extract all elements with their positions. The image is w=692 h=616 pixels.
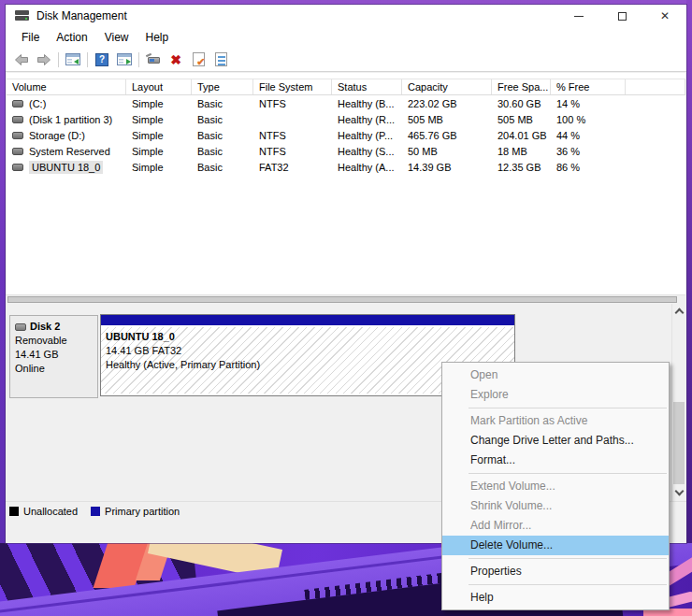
delete-volume-button[interactable]: ✖ (165, 50, 187, 70)
cell-pctfree: 36 % (551, 143, 626, 159)
minimize-icon (574, 16, 584, 17)
cell-freespace: 204.01 GB (492, 127, 551, 143)
help-icon: ? (95, 53, 108, 66)
partition-size: 14.41 GB FAT32 (106, 344, 514, 358)
disk-size: 14.41 GB (15, 348, 97, 362)
scroll-down-button[interactable] (672, 485, 686, 499)
cell-status: Healthy (A... (332, 159, 402, 175)
cell-layout: Simple (126, 111, 192, 127)
menu-item-delete-volume[interactable]: Delete Volume... (442, 536, 669, 555)
table-row-selected[interactable]: UBUNTU 18_0 Simple Basic FAT32 Healthy (… (7, 159, 685, 175)
close-button[interactable]: ✕ (643, 5, 686, 27)
menu-item-extend-volume[interactable]: Extend Volume... (442, 477, 669, 496)
show-console-tree-button[interactable] (62, 50, 84, 70)
cell-pctfree: 44 % (551, 127, 626, 143)
column-header-status[interactable]: Status (332, 79, 402, 94)
menu-item-add-mirror[interactable]: Add Mirror... (442, 516, 669, 536)
desktop: Disk Management ✕ File Action View Help (0, 0, 692, 616)
properties-icon (215, 52, 227, 66)
cell-filesystem: NTFS (253, 143, 332, 159)
menu-item-properties[interactable]: Properties (442, 562, 669, 581)
cell-pctfree: 14 % (551, 95, 626, 111)
column-header-filesystem[interactable]: File System (253, 79, 332, 94)
rescan-disks-icon (146, 54, 161, 65)
properties-button[interactable] (209, 50, 232, 70)
help-button[interactable]: ? (91, 50, 113, 70)
table-row[interactable]: (C:) Simple Basic NTFS Healthy (B... 223… (7, 95, 685, 111)
horizontal-scrollbar-thumb[interactable] (7, 296, 677, 303)
menu-item-open[interactable]: Open (442, 365, 669, 385)
unallocated-swatch (9, 507, 19, 516)
minimize-button[interactable] (557, 5, 600, 27)
column-header-capacity[interactable]: Capacity (402, 79, 492, 94)
cell-type: Basic (192, 159, 253, 175)
back-icon (14, 53, 29, 66)
forward-icon (36, 53, 51, 66)
menu-item-help[interactable]: Help (442, 588, 669, 608)
table-row[interactable]: Storage (D:) Simple Basic NTFS Healthy (… (7, 127, 685, 143)
toolbar: ? ✖ ✔ (6, 48, 686, 72)
disk-info-box[interactable]: Disk 2 Removable 14.41 GB Online (9, 315, 98, 398)
maximize-icon (618, 12, 627, 21)
horizontal-scrollbar[interactable] (6, 294, 685, 304)
legend-label: Primary partition (105, 506, 180, 517)
cell-pctfree: 100 % (551, 111, 626, 127)
table-header: Volume Layout Type File System Status Ca… (7, 79, 685, 95)
toolbar-separator (87, 52, 88, 67)
vertical-scrollbar[interactable] (671, 304, 685, 501)
cell-status: Healthy (S... (332, 143, 402, 159)
chevron-down-icon (675, 487, 685, 496)
show-action-pane-button[interactable] (113, 50, 136, 70)
cell-type: Basic (192, 111, 253, 127)
menu-separator (469, 408, 667, 408)
volume-list-pane: Volume Layout Type File System Status Ca… (7, 73, 685, 294)
cell-type: Basic (192, 95, 253, 111)
menu-item-mark-partition-active[interactable]: Mark Partition as Active (442, 411, 669, 431)
maximize-button[interactable] (600, 5, 643, 27)
disk-name: Disk 2 (30, 320, 60, 334)
menu-file[interactable]: File (13, 28, 48, 47)
cell-freespace: 505 MB (492, 111, 551, 127)
action-pane-icon (117, 53, 132, 65)
context-menu: Open Explore Mark Partition as Active Ch… (441, 362, 670, 610)
menu-item-explore[interactable]: Explore (442, 385, 669, 405)
legend-label: Unallocated (23, 506, 78, 517)
menu-item-shrink-volume[interactable]: Shrink Volume... (442, 496, 669, 516)
mark-active-icon: ✔ (193, 52, 205, 66)
back-button[interactable] (10, 50, 33, 70)
table-row[interactable]: System Reserved Simple Basic NTFS Health… (7, 143, 685, 159)
menu-help[interactable]: Help (137, 28, 178, 47)
volume-name: System Reserved (29, 146, 110, 157)
cell-freespace: 30.60 GB (492, 95, 551, 111)
column-header-freespace[interactable]: Free Spa... (492, 79, 551, 94)
window-title: Disk Management (36, 9, 127, 22)
column-header-volume[interactable]: Volume (7, 79, 126, 94)
table-row[interactable]: (Disk 1 partition 3) Simple Basic Health… (7, 111, 685, 127)
menu-view[interactable]: View (96, 28, 137, 47)
disk-icon (15, 323, 26, 331)
disk-status: Online (15, 362, 97, 376)
rescan-disks-button[interactable] (142, 50, 165, 70)
forward-button[interactable] (33, 50, 55, 70)
menu-separator (469, 584, 667, 585)
menu-action[interactable]: Action (48, 28, 95, 47)
partition-color-bar (101, 315, 514, 327)
delete-volume-icon: ✖ (170, 53, 181, 66)
column-header-layout[interactable]: Layout (126, 79, 192, 94)
mark-active-button[interactable]: ✔ (187, 50, 209, 70)
menubar: File Action View Help (6, 27, 686, 48)
cell-status: Healthy (R... (332, 111, 402, 127)
scroll-up-button[interactable] (672, 304, 686, 318)
wallpaper-right-strip (686, 0, 692, 543)
menu-item-change-drive-letter[interactable]: Change Drive Letter and Paths... (442, 431, 669, 451)
column-header-pctfree[interactable]: % Free (551, 79, 626, 94)
menu-item-format[interactable]: Format... (442, 451, 669, 470)
menu-separator (469, 473, 667, 474)
column-header-type[interactable]: Type (192, 79, 253, 94)
volume-icon (12, 148, 23, 155)
partition-name: UBUNTU 18_0 (106, 330, 514, 344)
volume-name: UBUNTU 18_0 (29, 161, 103, 174)
cell-type: Basic (192, 127, 253, 143)
cell-layout: Simple (126, 159, 192, 175)
vertical-scrollbar-thumb[interactable] (673, 402, 685, 484)
